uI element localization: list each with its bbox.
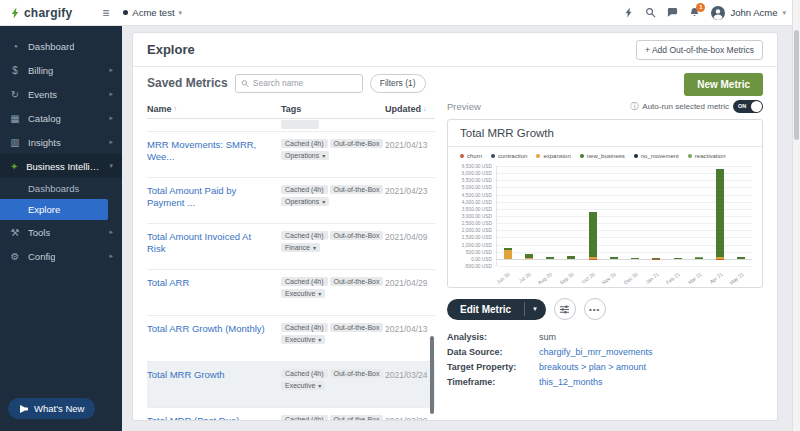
legend-item-churn[interactable]: churn	[460, 153, 482, 159]
chargify-logo[interactable]: chargify	[10, 6, 72, 20]
gridline	[497, 195, 752, 196]
chart-plot	[496, 166, 752, 266]
column-header-name[interactable]: Name ↑	[147, 104, 281, 114]
legend-item-expansion[interactable]: expansion	[536, 153, 570, 159]
chart-bar-churn[interactable]	[652, 259, 660, 260]
sidebar-item-tools[interactable]: ⚒ Tools ▸	[0, 220, 122, 244]
metric-row[interactable]: Total ARR Growth (Monthly) Cached (4h)Ou…	[147, 316, 435, 362]
chart-bar-new_business[interactable]	[589, 212, 597, 256]
chart-legend: churncontractionexpansionnew_businessno_…	[448, 147, 762, 161]
chart-bar-churn[interactable]	[716, 259, 724, 260]
whats-new-button[interactable]: What's New	[8, 398, 95, 419]
metric-name-link[interactable]: Total MRR Growth	[147, 369, 281, 400]
add-ootb-metrics-button[interactable]: + Add Out-of-the-box Metrics	[636, 40, 763, 60]
megaphone-icon	[19, 404, 29, 414]
legend-item-new_business[interactable]: new_business	[580, 153, 625, 159]
tag: Out-of-the-Box	[330, 323, 384, 332]
metric-name-link[interactable]: Total ARR Growth (Monthly)	[147, 323, 281, 354]
metric-row[interactable]: Total Amount Paid by Payment ... Cached …	[147, 178, 435, 224]
category-dropdown-tag[interactable]: Operations ▾	[281, 151, 329, 160]
sidebar-subitem-label: Dashboards	[28, 183, 79, 194]
sidebar-item-label: Business Intelligence	[26, 161, 102, 172]
chart-bar-expansion[interactable]	[504, 250, 512, 259]
metric-actions: Edit Metric ▾ •••	[447, 298, 763, 320]
metric-name-link[interactable]: Total Amount Invoiced At Risk	[147, 231, 281, 262]
events-icon: ↻	[9, 89, 21, 100]
autorun-toggle[interactable]: ON	[733, 100, 763, 113]
partial-scrolled-row	[147, 119, 435, 132]
chart-bar-expansion[interactable]	[589, 257, 597, 259]
sidebar-item-explore[interactable]: Explore	[0, 199, 108, 220]
chart-bar-new_business[interactable]	[631, 258, 639, 259]
tag: Out-of-the-Box	[330, 185, 384, 194]
new-metric-button[interactable]: New Metric	[684, 73, 763, 96]
menu-icon[interactable]: ≡	[102, 6, 109, 20]
category-dropdown-tag[interactable]: Executive ▾	[281, 335, 325, 344]
column-header-updated[interactable]: Updated ↓	[385, 104, 427, 114]
metric-row[interactable]: MRR Movements: SMRR, Wee... Cached (4h)O…	[147, 132, 435, 178]
search-input[interactable]	[253, 78, 357, 88]
metric-name-link[interactable]: Total ARR	[147, 277, 281, 308]
chart-bar-new_business[interactable]	[674, 258, 682, 259]
sidebar-item-dashboard[interactable]: ◔ Dashboard	[0, 34, 122, 58]
search-icon[interactable]	[645, 7, 656, 18]
metric-row[interactable]: Total MRR (Past Due) Cached (4h)Out-of-t…	[147, 408, 435, 420]
page-scrollbar[interactable]	[792, 0, 800, 431]
chart-bar-reactivation[interactable]	[695, 257, 703, 258]
chart-bar-new_business[interactable]	[567, 256, 575, 259]
sort-desc-icon[interactable]: ↓	[423, 105, 427, 112]
tag: Cached (4h)	[281, 185, 328, 194]
chart-bar-new_business[interactable]	[695, 257, 703, 259]
chart-bar-new_business[interactable]	[737, 257, 745, 259]
chart-bar-new_business[interactable]	[652, 258, 660, 259]
chart-bar-churn[interactable]	[589, 259, 597, 260]
sidebar-item-dashboards[interactable]: Dashboards	[0, 178, 122, 199]
metric-name-link[interactable]: MRR Movements: SMRR, Wee...	[147, 139, 281, 170]
more-options-button[interactable]: •••	[584, 298, 606, 320]
category-dropdown-tag[interactable]: Finance ▾	[281, 243, 320, 252]
chart-bar-new_business[interactable]	[546, 257, 554, 259]
chart-bar-new_business[interactable]	[610, 257, 618, 259]
notifications-bell-icon[interactable]: 1	[689, 7, 700, 18]
quick-actions-icon[interactable]	[624, 7, 634, 18]
category-dropdown-tag[interactable]: Executive ▾	[281, 289, 325, 298]
sidebar-item-insights[interactable]: ▥ Insights ▸	[0, 130, 122, 154]
legend-item-reactivation[interactable]: reactivation	[688, 153, 726, 159]
chart-bar-new_business[interactable]	[716, 169, 724, 258]
user-menu[interactable]: John Acme ▾	[711, 6, 786, 20]
metric-name-link[interactable]: Total MRR (Past Due)	[147, 415, 281, 420]
legend-item-contraction[interactable]: contraction	[491, 153, 527, 159]
metric-row[interactable]: Total Amount Invoiced At Risk Cached (4h…	[147, 224, 435, 270]
sidebar-item-catalog[interactable]: ▦ Catalog ▸	[0, 106, 122, 130]
chart-bar-new_business[interactable]	[525, 254, 533, 257]
billing-icon: $	[9, 65, 21, 76]
chat-icon[interactable]	[667, 7, 678, 18]
site-selector[interactable]: Acme test ▾	[123, 7, 182, 18]
chart-bar-new_business[interactable]	[504, 248, 512, 250]
chevron-down-icon[interactable]: ▾	[525, 300, 546, 318]
category-dropdown-tag[interactable]: Executive ▾	[281, 381, 325, 390]
sidebar-item-events[interactable]: ↻ Events ▸	[0, 82, 122, 106]
gridline	[497, 166, 752, 167]
edit-metric-button[interactable]: Edit Metric ▾	[447, 299, 546, 320]
chart-bar-expansion[interactable]	[716, 257, 724, 258]
sidebar-item-config[interactable]: ⚙ Config ▸	[0, 244, 122, 268]
legend-item-no_movement[interactable]: no_movement	[634, 153, 679, 159]
explore-panel: Explore + Add Out-of-the-box Metrics Sav…	[132, 32, 778, 421]
gridline	[497, 252, 752, 253]
page-scrollbar-thumb[interactable]	[794, 30, 799, 140]
sort-asc-icon[interactable]: ↑	[174, 105, 178, 112]
chevron-down-icon: ▾	[179, 9, 183, 17]
detail-row: Timeframe:this_12_months	[447, 377, 763, 387]
category-dropdown-tag[interactable]: Operations ▾	[281, 197, 329, 206]
list-scrollbar-thumb[interactable]	[430, 336, 434, 414]
chart-settings-button[interactable]	[554, 298, 576, 320]
site-status-dot	[123, 10, 128, 15]
sidebar-item-business-intelligence[interactable]: ✦ Business Intelligence ▾	[0, 154, 122, 178]
sidebar-item-billing[interactable]: $ Billing ▸	[0, 58, 122, 82]
chart-bar-expansion[interactable]	[525, 258, 533, 259]
metric-row[interactable]: Total ARR Cached (4h)Out-of-the-Box Exec…	[147, 270, 435, 316]
filters-button[interactable]: Filters (1)	[370, 74, 426, 93]
metric-name-link[interactable]: Total Amount Paid by Payment ...	[147, 185, 281, 216]
metric-row[interactable]: Total MRR Growth Cached (4h)Out-of-the-B…	[147, 362, 435, 408]
